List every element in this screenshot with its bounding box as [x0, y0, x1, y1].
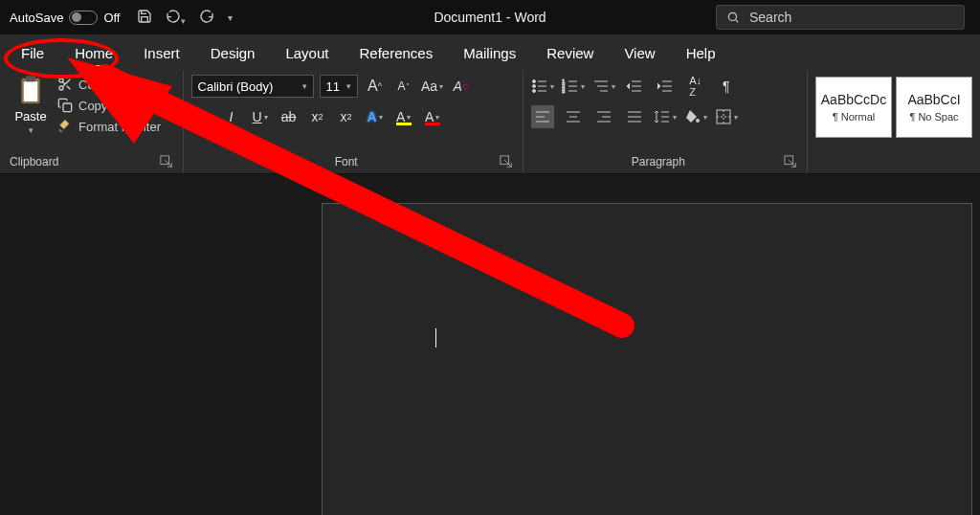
search-placeholder: Search [749, 10, 791, 25]
group-styles: AaBbCcDc ¶ Normal AaBbCcI ¶ No Spac [808, 71, 980, 173]
quick-access-toolbar: ▾ ▾ [129, 9, 240, 27]
style-name: ¶ Normal [833, 111, 875, 123]
qat-more-icon[interactable]: ▾ [228, 12, 233, 23]
style-normal[interactable]: AaBbCcDc ¶ Normal [815, 77, 892, 138]
undo-icon[interactable]: ▾ [166, 9, 186, 27]
svg-point-0 [728, 12, 736, 20]
paste-label: Paste [14, 109, 46, 123]
autosave-label: AutoSave [10, 11, 63, 25]
dialog-launcher-icon[interactable] [784, 155, 797, 168]
style-preview: AaBbCcDc [821, 92, 886, 107]
shading-button[interactable]: ▾ [684, 105, 707, 128]
title-bar: AutoSave Off ▾ ▾ Document1 - Word Search [0, 0, 980, 34]
svg-line-55 [105, 77, 622, 325]
annotation-arrow [48, 48, 660, 354]
show-marks-button[interactable]: ¶ [715, 75, 738, 98]
autosave-state: Off [103, 11, 120, 25]
search-icon [726, 11, 740, 24]
autosave-toggle[interactable]: AutoSave Off [0, 11, 129, 25]
paste-button[interactable]: Paste ▾ [8, 75, 54, 135]
save-icon[interactable] [137, 9, 152, 27]
document-title: Document1 - Word [434, 10, 546, 25]
chevron-down-icon: ▾ [29, 125, 33, 135]
svg-rect-50 [717, 110, 730, 123]
toggle-off-icon [69, 11, 98, 25]
style-no-spacing[interactable]: AaBbCcI ¶ No Spac [896, 77, 972, 138]
clipboard-icon [16, 75, 45, 107]
svg-point-49 [696, 119, 700, 123]
style-preview: AaBbCcI [907, 92, 960, 107]
svg-rect-4 [26, 76, 35, 81]
style-name: ¶ No Spac [909, 111, 958, 123]
sort-button[interactable]: A↓Z [684, 75, 707, 98]
tab-help[interactable]: Help [671, 37, 731, 69]
redo-icon[interactable] [199, 9, 214, 27]
borders-button[interactable]: ▾ [715, 105, 738, 128]
svg-line-1 [736, 20, 739, 23]
search-box[interactable]: Search [716, 5, 965, 30]
svg-rect-3 [24, 81, 38, 101]
